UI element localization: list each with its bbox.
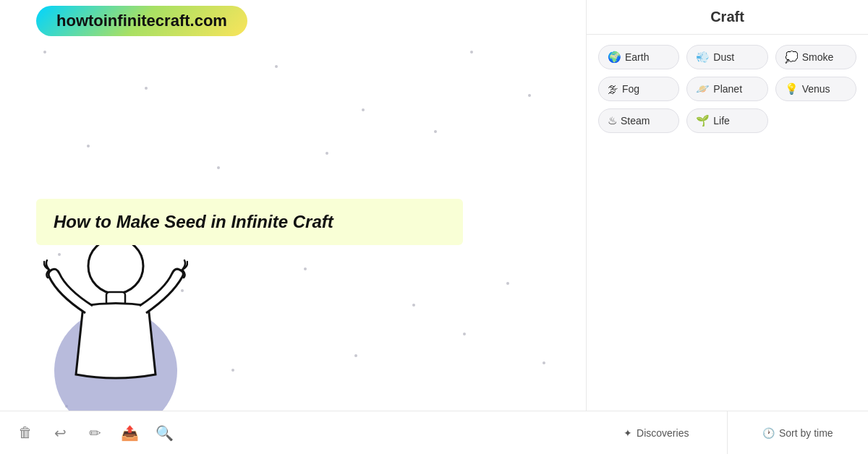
smoke-label: Smoke: [802, 51, 834, 63]
ingredient-chip-venus[interactable]: 💡 Venus: [775, 77, 856, 101]
right-panel: Craft 🌍 Earth 💨 Dust 💭 Smoke 🌫 Fog 🪐 Pla…: [586, 0, 868, 454]
highlight-title: How to Make Seed in Infinite Craft: [54, 212, 446, 232]
ingredient-chip-planet[interactable]: 🪐 Planet: [686, 77, 767, 101]
dot-5: [87, 145, 90, 147]
dot-1: [145, 87, 148, 90]
dust-label: Dust: [713, 51, 734, 63]
ingredient-chip-life[interactable]: 🌱 Life: [686, 108, 767, 133]
dot-9: [528, 94, 531, 97]
venus-icon: 💡: [785, 82, 799, 95]
planet-label: Planet: [713, 83, 742, 95]
venus-label: Venus: [802, 83, 830, 95]
discoveries-label: Discoveries: [637, 427, 689, 439]
dot-0: [43, 51, 46, 53]
ingredient-chip-earth[interactable]: 🌍 Earth: [598, 45, 679, 69]
undo-icon[interactable]: ↩: [49, 422, 71, 444]
main-area: howtoinfinitecraft.com How to Make Seed …: [0, 0, 586, 454]
craft-title: Craft: [587, 0, 868, 35]
fog-icon: 🌫: [608, 83, 618, 95]
svg-point-0: [88, 239, 143, 294]
dot-3: [362, 108, 365, 111]
logo-banner[interactable]: howtoinfinitecraft.com: [36, 6, 247, 36]
edit-icon[interactable]: ✏: [84, 422, 106, 444]
character-svg: [43, 223, 188, 425]
sort-by-time-label: Sort by time: [779, 427, 833, 439]
dot-14: [506, 282, 509, 285]
discoveries-button[interactable]: ✦ Discoveries: [586, 411, 728, 454]
dust-icon: 💨: [696, 51, 710, 64]
character-illustration: [36, 215, 195, 432]
steam-label: Steam: [621, 115, 650, 127]
search-icon[interactable]: 🔍: [153, 422, 175, 444]
dot-16: [231, 369, 234, 372]
dot-17: [354, 354, 357, 357]
ingredients-grid: 🌍 Earth 💨 Dust 💭 Smoke 🌫 Fog 🪐 Planet 💡 …: [587, 35, 868, 143]
dot-6: [217, 166, 220, 169]
dot-8: [434, 130, 437, 133]
planet-icon: 🪐: [696, 82, 710, 95]
fog-label: Fog: [622, 83, 639, 95]
life-label: Life: [713, 115, 730, 127]
dot-4: [470, 51, 473, 53]
ingredient-chip-fog[interactable]: 🌫 Fog: [598, 77, 679, 101]
highlight-box: How to Make Seed in Infinite Craft: [36, 199, 463, 245]
ingredient-chip-steam[interactable]: ♨ Steam: [598, 108, 679, 133]
bottom-bar: ✦ Discoveries 🕐 Sort by time: [586, 411, 868, 454]
discoveries-icon: ✦: [624, 427, 632, 439]
earth-label: Earth: [625, 51, 649, 63]
steam-icon: ♨: [608, 114, 617, 127]
trash-icon[interactable]: 🗑: [14, 422, 36, 444]
dot-19: [542, 361, 545, 364]
share-icon[interactable]: 📤: [119, 422, 140, 444]
smoke-icon: 💭: [785, 51, 799, 64]
sort-by-time-button[interactable]: 🕐 Sort by time: [728, 411, 869, 454]
logo-text: howtoinfinitecraft.com: [56, 12, 227, 30]
sort-by-time-icon: 🕐: [762, 427, 775, 439]
ingredient-chip-smoke[interactable]: 💭 Smoke: [775, 45, 856, 69]
earth-icon: 🌍: [608, 51, 621, 64]
dot-18: [463, 333, 466, 335]
dot-13: [412, 304, 415, 307]
life-icon: 🌱: [696, 114, 710, 127]
dot-12: [304, 267, 307, 270]
dot-2: [275, 65, 278, 68]
ingredient-chip-dust[interactable]: 💨 Dust: [686, 45, 767, 69]
dot-7: [326, 152, 328, 155]
